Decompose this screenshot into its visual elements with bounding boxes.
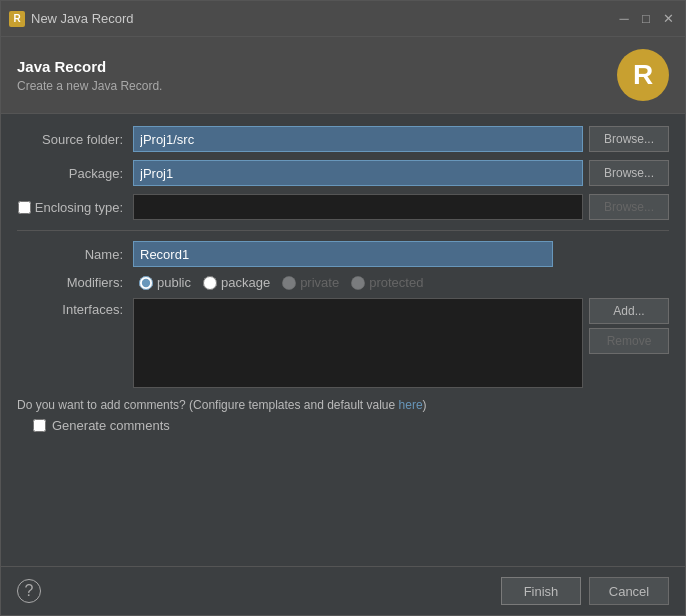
- enclosing-label-area: Enclosing type:: [17, 200, 127, 215]
- interfaces-buttons: Add... Remove: [589, 298, 669, 354]
- modifier-protected-label: protected: [369, 275, 423, 290]
- name-label: Name:: [17, 247, 127, 262]
- window-controls: ─ □ ✕: [615, 10, 677, 28]
- modifier-private-label: private: [300, 275, 339, 290]
- maximize-button[interactable]: □: [637, 10, 655, 28]
- modifier-public-label: public: [157, 275, 191, 290]
- enclosing-type-label[interactable]: Enclosing type:: [35, 200, 123, 215]
- finish-button[interactable]: Finish: [501, 577, 581, 605]
- footer-buttons: Finish Cancel: [501, 577, 669, 605]
- title-bar: R New Java Record ─ □ ✕: [1, 1, 685, 37]
- generate-comments-row: Generate comments: [17, 418, 669, 433]
- package-row: Package: Browse...: [17, 160, 669, 186]
- modifier-protected-radio: [351, 276, 365, 290]
- interfaces-add-button[interactable]: Add...: [589, 298, 669, 324]
- enclosing-type-row: Enclosing type: Browse...: [17, 194, 669, 220]
- help-button[interactable]: ?: [17, 579, 41, 603]
- enclosing-type-input[interactable]: [133, 194, 583, 220]
- close-button[interactable]: ✕: [659, 10, 677, 28]
- interfaces-remove-button[interactable]: Remove: [589, 328, 669, 354]
- header-text: Java Record Create a new Java Record.: [17, 58, 162, 93]
- name-row: Name:: [17, 241, 669, 267]
- divider-1: [17, 230, 669, 231]
- source-folder-browse-button[interactable]: Browse...: [589, 126, 669, 152]
- modifier-package[interactable]: package: [203, 275, 270, 290]
- source-folder-label: Source folder:: [17, 132, 127, 147]
- package-label: Package:: [17, 166, 127, 181]
- source-folder-input[interactable]: [133, 126, 583, 152]
- modifier-protected: protected: [351, 275, 423, 290]
- header-subtitle: Create a new Java Record.: [17, 79, 162, 93]
- header-title: Java Record: [17, 58, 162, 75]
- name-input[interactable]: [133, 241, 553, 267]
- modifiers-row: Modifiers: public package private protec…: [17, 275, 669, 290]
- title-bar-title: New Java Record: [31, 11, 615, 26]
- modifier-private: private: [282, 275, 339, 290]
- modifier-private-radio: [282, 276, 296, 290]
- generate-comments-checkbox[interactable]: [33, 419, 46, 432]
- minimize-button[interactable]: ─: [615, 10, 633, 28]
- modifier-public[interactable]: public: [139, 275, 191, 290]
- package-browse-button[interactable]: Browse...: [589, 160, 669, 186]
- header-icon: R: [617, 49, 669, 101]
- generate-comments-label[interactable]: Generate comments: [52, 418, 170, 433]
- source-folder-row: Source folder: Browse...: [17, 126, 669, 152]
- dialog-footer: ? Finish Cancel: [1, 566, 685, 615]
- dialog-content: Source folder: Browse... Package: Browse…: [1, 114, 685, 566]
- interfaces-row: Interfaces: Add... Remove: [17, 298, 669, 388]
- comments-section: Do you want to add comments? (Configure …: [17, 398, 669, 433]
- interfaces-list: [133, 298, 583, 388]
- comments-here-link[interactable]: here: [399, 398, 423, 412]
- modifier-package-radio[interactable]: [203, 276, 217, 290]
- enclosing-type-checkbox[interactable]: [18, 201, 31, 214]
- enclosing-type-browse-button[interactable]: Browse...: [589, 194, 669, 220]
- dialog-header: Java Record Create a new Java Record. R: [1, 37, 685, 114]
- modifiers-label: Modifiers:: [17, 275, 127, 290]
- cancel-button[interactable]: Cancel: [589, 577, 669, 605]
- comments-text: Do you want to add comments? (Configure …: [17, 398, 669, 412]
- modifier-package-label: package: [221, 275, 270, 290]
- modifier-public-radio[interactable]: [139, 276, 153, 290]
- package-input[interactable]: [133, 160, 583, 186]
- dialog-window: R New Java Record ─ □ ✕ Java Record Crea…: [0, 0, 686, 616]
- app-icon: R: [9, 11, 25, 27]
- interfaces-label: Interfaces:: [17, 298, 127, 317]
